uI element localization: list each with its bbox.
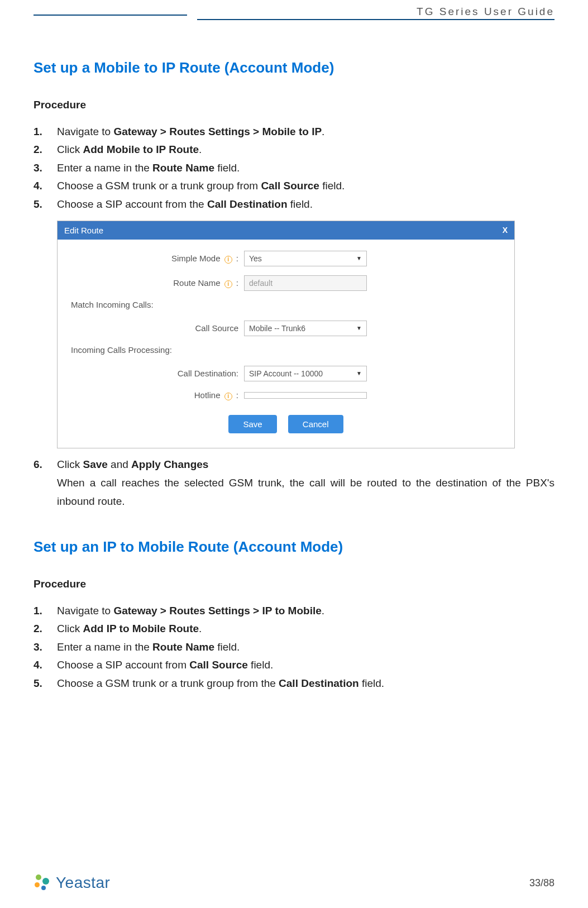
info-icon[interactable]: i: [224, 256, 232, 264]
edit-route-dialog: Edit Route X Simple Mode i : Yes ▼ Route…: [57, 221, 515, 448]
call-source-select[interactable]: Mobile -- Trunk6 ▼: [244, 321, 367, 336]
doc-title: TG Series User Guide: [197, 6, 554, 18]
call-destination-label: Call Destination:: [71, 369, 244, 378]
brand-name: Yeastar: [56, 874, 110, 892]
section1-steps-cont: Click Save and Apply Changes: [34, 456, 554, 473]
route-name-input[interactable]: default: [244, 275, 367, 291]
section1-steps: Navigate to Gateway > Routes Settings > …: [34, 123, 554, 213]
section2-steps: Navigate to Gateway > Routes Settings > …: [34, 603, 554, 692]
s2-step-3: Enter a name in the Route Name field.: [34, 639, 554, 656]
save-button[interactable]: Save: [228, 415, 276, 433]
call-source-label: Call Source: [71, 323, 244, 333]
dialog-title: Edit Route: [64, 226, 103, 235]
chevron-down-icon: ▼: [356, 325, 362, 331]
step-1: Navigate to Gateway > Routes Settings > …: [34, 123, 554, 140]
hotline-label: Hotline i :: [71, 390, 244, 400]
s2-step-4: Choose a SIP account from Call Source fi…: [34, 657, 554, 673]
s2-step-1: Navigate to Gateway > Routes Settings > …: [34, 603, 554, 619]
step-6: Click Save and Apply Changes: [34, 456, 554, 473]
chevron-down-icon: ▼: [356, 255, 362, 261]
brand-logo: Yeastar: [34, 873, 110, 892]
section1-title: Set up a Mobile to IP Route (Account Mod…: [34, 59, 554, 77]
match-incoming-label: Match Incoming Calls:: [71, 300, 501, 309]
step-3: Enter a name in the Route Name field.: [34, 160, 554, 176]
page-header: TG Series User Guide: [34, 0, 554, 20]
call-destination-select[interactable]: SIP Account -- 10000 ▼: [244, 366, 367, 381]
logo-icon: [34, 873, 52, 892]
dialog-header: Edit Route X: [58, 221, 514, 240]
step-4: Choose a GSM trunk or a trunk group from…: [34, 178, 554, 194]
simple-mode-select[interactable]: Yes ▼: [244, 251, 367, 266]
info-icon[interactable]: i: [224, 280, 232, 288]
step-5: Choose a SIP account from the Call Desti…: [34, 196, 554, 213]
procedure-label-2: Procedure: [34, 578, 554, 590]
header-rule-left: [34, 15, 187, 16]
simple-mode-label: Simple Mode i :: [71, 254, 244, 264]
info-icon[interactable]: i: [224, 393, 232, 400]
procedure-label-1: Procedure: [34, 99, 554, 111]
header-rule-right: [197, 19, 554, 20]
page-number: 33/88: [529, 877, 554, 889]
step-6-note: When a call reaches the selected GSM tru…: [34, 474, 554, 510]
step-2: Click Add Mobile to IP Route.: [34, 141, 554, 158]
hotline-input[interactable]: [244, 392, 367, 399]
s2-step-2: Click Add IP to Mobile Route.: [34, 620, 554, 637]
s2-step-5: Choose a GSM trunk or a trunk group from…: [34, 675, 554, 692]
page-footer: Yeastar 33/88: [34, 873, 554, 892]
incoming-processing-label: Incoming Calls Processing:: [71, 345, 501, 355]
close-icon[interactable]: X: [503, 226, 508, 235]
route-name-label: Route Name i :: [71, 278, 244, 288]
chevron-down-icon: ▼: [356, 370, 362, 376]
section2-title: Set up an IP to Mobile Route (Account Mo…: [34, 538, 554, 556]
cancel-button[interactable]: Cancel: [288, 415, 343, 433]
